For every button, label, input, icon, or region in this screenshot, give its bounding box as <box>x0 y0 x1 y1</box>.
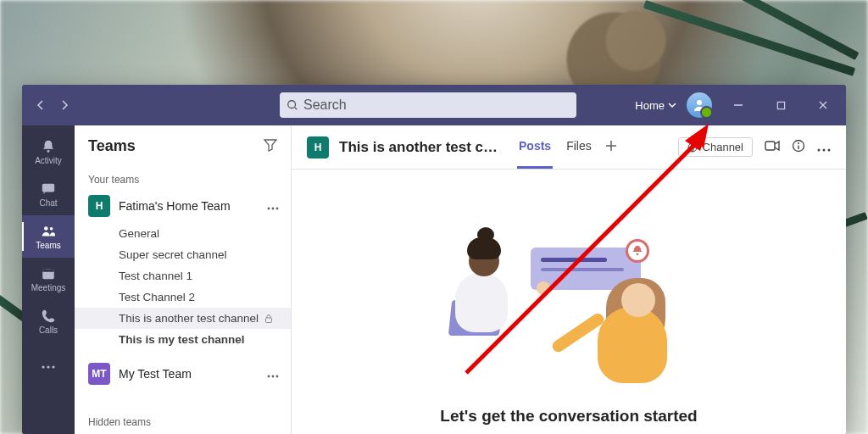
forward-button[interactable] <box>53 93 76 117</box>
svg-point-16 <box>268 376 270 378</box>
window-minimize-button[interactable] <box>722 92 754 119</box>
filter-button[interactable] <box>264 138 277 155</box>
teams-sidebar: Teams Your teams H Fatima's Home Team Ge… <box>75 125 292 434</box>
notification-icon <box>626 239 649 263</box>
window-maximize-button[interactable] <box>765 92 797 119</box>
svg-point-17 <box>272 376 275 378</box>
chat-icon <box>41 181 56 197</box>
channel-label: General <box>119 227 159 240</box>
svg-point-18 <box>276 376 279 378</box>
rail-label: Activity <box>35 156 62 165</box>
tab-label: Files <box>566 139 592 153</box>
rail-label: Meetings <box>31 283 66 292</box>
channel-tabs: Posts Files <box>517 125 617 169</box>
filter-icon <box>264 138 277 152</box>
tab-posts[interactable]: Posts <box>517 125 553 169</box>
rail-calls[interactable]: Calls <box>22 300 75 342</box>
channel-body: Let's get the conversation started <box>292 170 846 434</box>
svg-rect-8 <box>42 269 54 271</box>
team-name: Fatima's Home Team <box>119 199 264 213</box>
search-placeholder: Search <box>303 97 347 113</box>
rail-teams[interactable]: Teams <box>22 215 75 258</box>
rail-more[interactable] <box>22 346 75 388</box>
chevron-down-icon <box>668 101 676 109</box>
search-input[interactable]: Search <box>280 92 576 118</box>
svg-point-10 <box>47 365 49 368</box>
svg-point-13 <box>272 208 275 210</box>
team-avatar: H <box>88 195 110 217</box>
video-icon <box>765 140 780 152</box>
team-more-button[interactable] <box>264 195 282 217</box>
your-teams-label: Your teams <box>75 167 291 189</box>
org-switcher-label: Home <box>635 99 665 112</box>
info-button[interactable] <box>792 139 805 156</box>
channel-item[interactable]: General <box>75 223 291 244</box>
rail-label: Teams <box>36 241 60 250</box>
svg-point-23 <box>818 148 821 151</box>
tab-label: Posts <box>519 139 551 153</box>
team-row[interactable]: MT My Test Team <box>75 357 291 391</box>
svg-point-22 <box>798 142 799 144</box>
rail-label: Chat <box>39 198 57 208</box>
meet-button[interactable] <box>765 140 780 155</box>
channel-label: This is my test channel <box>119 333 245 346</box>
team-avatar: MT <box>88 363 110 385</box>
channel-item-unread[interactable]: This is my test channel <box>75 329 291 350</box>
rail-activity[interactable]: Activity <box>22 131 75 173</box>
svg-point-24 <box>823 148 826 151</box>
svg-point-26 <box>637 253 639 256</box>
tab-files[interactable]: Files <box>565 125 593 169</box>
content-pane: H This is another test ch… Posts Files C… <box>292 125 846 434</box>
team-row[interactable]: H Fatima's Home Team <box>75 189 291 223</box>
channel-item[interactable]: Super secret channel <box>75 244 291 265</box>
channel-label: Test Channel 2 <box>119 291 195 303</box>
app-window: Search Home Activity Chat <box>22 85 846 434</box>
svg-point-3 <box>47 149 50 152</box>
rail-chat[interactable]: Chat <box>22 173 75 215</box>
svg-point-6 <box>50 227 53 231</box>
info-icon <box>792 139 805 153</box>
channel-item[interactable]: Test Channel 2 <box>75 287 291 308</box>
phone-icon <box>41 309 56 324</box>
sidebar-heading: Teams <box>88 137 136 155</box>
svg-point-5 <box>44 226 48 231</box>
svg-point-1 <box>697 100 702 105</box>
title-bar: Search Home <box>22 85 846 125</box>
empty-state-illustration <box>459 239 679 392</box>
empty-state-title: Let's get the conversation started <box>440 407 697 426</box>
channel-team-avatar: H <box>307 136 329 159</box>
plus-icon <box>605 140 617 152</box>
channel-label: Super secret channel <box>119 248 227 261</box>
profile-avatar[interactable] <box>687 92 712 118</box>
svg-rect-15 <box>266 318 272 323</box>
channel-item[interactable]: Test channel 1 <box>75 265 291 287</box>
svg-point-9 <box>42 365 44 368</box>
svg-rect-4 <box>42 183 54 192</box>
more-icon <box>817 148 831 152</box>
lock-icon <box>264 314 274 324</box>
back-button[interactable] <box>29 93 53 117</box>
rail-meetings[interactable]: Meetings <box>22 258 75 300</box>
add-tab-button[interactable] <box>605 140 617 155</box>
channel-label: This is another test channel <box>119 312 259 325</box>
team-more-button[interactable] <box>264 363 282 385</box>
team-name: My Test Team <box>119 367 264 381</box>
svg-point-11 <box>52 365 54 368</box>
org-switcher[interactable]: Home <box>635 99 676 112</box>
channel-label: Test channel 1 <box>119 270 192 282</box>
more-icon <box>41 364 56 370</box>
channel-chip[interactable]: Channel <box>678 137 753 157</box>
svg-point-14 <box>276 208 279 210</box>
search-icon <box>287 99 298 111</box>
rail-label: Calls <box>39 326 58 335</box>
globe-icon <box>687 142 698 153</box>
window-close-button[interactable] <box>807 92 839 119</box>
app-rail: Activity Chat Teams Meetings Calls <box>22 125 75 434</box>
teams-icon <box>41 224 56 239</box>
more-options-button[interactable] <box>817 140 831 155</box>
svg-point-12 <box>268 208 270 210</box>
svg-point-0 <box>288 101 296 108</box>
svg-point-25 <box>828 148 831 151</box>
channel-item-selected[interactable]: This is another test channel <box>75 308 291 329</box>
svg-rect-20 <box>765 142 775 150</box>
